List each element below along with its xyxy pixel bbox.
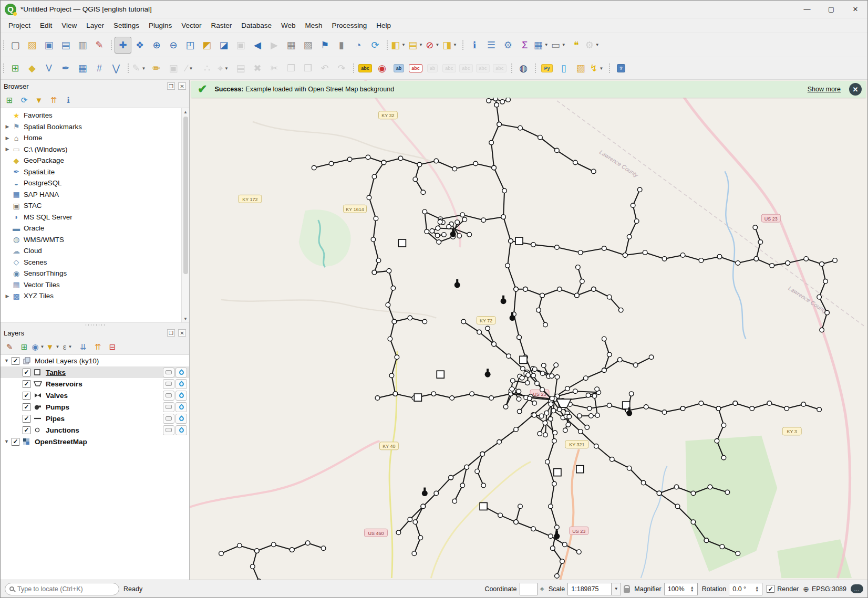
browser-close-button[interactable]: ✕ (178, 82, 186, 90)
expand-all-button[interactable]: ⇊ (76, 341, 90, 353)
collapse-all-layers-button[interactable]: ⇈ (91, 341, 105, 353)
current-edits-dropdown-icon[interactable]: ▼ (140, 66, 148, 71)
visibility-checkbox[interactable]: ✓ (23, 426, 30, 434)
toggle-editing-button[interactable]: ✏ (148, 60, 165, 77)
layer-labeling-button[interactable]: abc (357, 60, 374, 77)
water-model-badge[interactable] (175, 391, 187, 401)
filter-by-expression-button[interactable]: ε▼ (61, 341, 75, 353)
browser-item-scenes[interactable]: ◇Scenes (1, 257, 181, 268)
memory-layer-indicator[interactable] (163, 402, 174, 412)
browser-item-geopackage[interactable]: ◆GeoPackage (1, 155, 181, 166)
memory-layer-indicator[interactable] (163, 391, 174, 401)
water-model-inp-file-button[interactable]: ▯ (555, 60, 572, 77)
help-contents-button[interactable]: ? (613, 60, 629, 77)
browser-float-button[interactable]: ❐ (167, 82, 175, 90)
browser-item-postgresql[interactable]: ◒PostgreSQL (1, 177, 181, 189)
filter-by-expression-dropdown-icon[interactable]: ▼ (66, 344, 74, 349)
select-features-by-value-dropdown-icon[interactable]: ▼ (417, 43, 425, 47)
new-spatialite-layer-button[interactable]: ✒ (57, 60, 74, 77)
select-features-by-value-button[interactable]: ▤▼ (408, 37, 425, 54)
manage-map-themes-dropdown-icon[interactable]: ▼ (39, 344, 46, 349)
show-more-link[interactable]: Show more (808, 86, 841, 93)
lock-scale-icon[interactable] (624, 588, 630, 593)
menu-edit[interactable]: Edit (35, 19, 57, 32)
measure-line-dropdown-icon[interactable]: ▼ (560, 43, 567, 47)
new-spatial-bookmark-button[interactable]: ⚑ (316, 37, 333, 54)
data-source-manager-button[interactable]: ⊞ (7, 60, 24, 77)
collapse-all-button[interactable]: ⇈ (47, 94, 60, 107)
layer-row-tanks[interactable]: ✓Tanks (1, 366, 189, 378)
menu-project[interactable]: Project (4, 19, 35, 32)
layer-row-junctions[interactable]: ✓Junctions (1, 424, 189, 436)
browser-item-vector-tiles[interactable]: ▦Vector Tiles (1, 279, 181, 291)
message-close-icon[interactable]: ✕ (849, 83, 862, 96)
open-attribute-table-dropdown-icon[interactable]: ▼ (543, 43, 550, 47)
scroll-up-icon[interactable]: ▲ (183, 108, 188, 116)
layer-row-pumps[interactable]: ✓Pumps (1, 401, 189, 413)
open-layer-styling-button[interactable]: ✎ (3, 341, 16, 353)
visibility-checkbox[interactable]: ✓ (23, 380, 30, 388)
scrollbar-thumb[interactable] (183, 117, 188, 274)
menu-vector[interactable]: Vector (177, 19, 206, 32)
expander-icon[interactable]: ▶ (4, 293, 11, 299)
select-by-location-dropdown-icon[interactable]: ▼ (451, 43, 459, 47)
memory-layer-indicator[interactable] (163, 425, 174, 435)
new-mesh-layer-button[interactable]: # (91, 60, 108, 77)
water-model-badge[interactable] (175, 379, 187, 389)
layer-diagram-button[interactable]: ◉ (374, 60, 390, 77)
crs-status[interactable]: EPSG:3089 (812, 585, 846, 593)
map-tips-button[interactable]: ❝ (568, 37, 585, 54)
browser-item-sap-hana[interactable]: ▦SAP HANA (1, 189, 181, 201)
scroll-down-icon[interactable]: ▼ (183, 315, 188, 322)
layer-row-openstreetmap[interactable]: ▼✓OpenStreetMap (1, 436, 189, 447)
locator-search[interactable] (5, 583, 119, 595)
zoom-out-button[interactable]: ⊖ (165, 37, 182, 54)
menu-mesh[interactable]: Mesh (301, 19, 327, 32)
extents-icon[interactable]: ⌖ (540, 584, 544, 594)
water-model-badge[interactable] (175, 425, 187, 435)
menu-view[interactable]: View (57, 19, 81, 32)
style-manager-button[interactable]: ✎ (91, 37, 108, 54)
browser-item-spatialite[interactable]: ✒SpatiaLite (1, 166, 181, 178)
add-group-button[interactable]: ⊞ (17, 341, 31, 353)
visibility-checkbox[interactable]: ✓ (23, 392, 30, 400)
coordinate-input[interactable] (520, 583, 538, 595)
water-model-badge[interactable] (175, 414, 187, 424)
properties-info-button[interactable]: ℹ (61, 94, 75, 107)
magnifier-spinbox[interactable]: 100% ▲▼ (664, 583, 698, 595)
refresh-map-button[interactable]: ⟳ (367, 37, 384, 54)
browser-item-ms-sql-server[interactable]: ◗MS SQL Server (1, 212, 181, 223)
maximize-button[interactable]: ▢ (819, 1, 843, 18)
visibility-checkbox[interactable]: ✓ (23, 415, 30, 423)
scale-dropdown-icon[interactable]: ▼ (612, 583, 621, 595)
zoom-to-selection-button[interactable]: ◩ (199, 37, 215, 54)
menu-plugins[interactable]: Plugins (144, 19, 177, 32)
layer-group-row[interactable]: ▼✓Model Layers (ky10) (1, 355, 189, 366)
water-model-badge[interactable] (175, 402, 187, 412)
show-layout-manager-button[interactable]: ▥ (74, 37, 91, 54)
messages-bubble-icon[interactable]: … (851, 584, 863, 593)
menu-database[interactable]: Database (236, 19, 276, 32)
expander-icon[interactable]: ▶ (4, 146, 11, 152)
browser-item-cloud[interactable]: ☁Cloud (1, 245, 181, 257)
identify-features-button[interactable]: ℹ (466, 37, 483, 54)
statistical-summary-button[interactable]: Σ (516, 37, 533, 54)
menu-web[interactable]: Web (276, 19, 301, 32)
expander-icon[interactable]: ▶ (4, 124, 11, 129)
open-project-button[interactable]: ▨ (24, 37, 40, 54)
locator-input[interactable] (17, 585, 115, 593)
menu-help[interactable]: Help (371, 19, 396, 32)
browser-item-wms-wmts[interactable]: ◍WMS/WMTS (1, 234, 181, 246)
magnifier-spin-arrows[interactable]: ▲▼ (690, 586, 694, 592)
water-model-badge[interactable] (175, 368, 187, 377)
new-map-view-button[interactable]: ▦ (283, 37, 299, 54)
manage-map-themes-button[interactable]: ◉▼ (32, 341, 46, 353)
digitize-with-segment-dropdown-icon[interactable]: ▼ (188, 66, 195, 71)
new-shapefile-layer-button[interactable]: V (40, 60, 57, 77)
zoom-last-button[interactable]: ◀ (249, 37, 266, 54)
water-model-run-simulation-dropdown-icon[interactable]: ▼ (598, 66, 605, 71)
new-temporary-scratch-layer-button[interactable]: ▦ (74, 60, 91, 77)
browser-item-xyz-tiles[interactable]: ▶▩XYZ Tiles (1, 290, 181, 302)
pan-to-selection-button[interactable]: ❖ (131, 37, 148, 54)
zoom-full-button[interactable]: ◰ (182, 37, 199, 54)
